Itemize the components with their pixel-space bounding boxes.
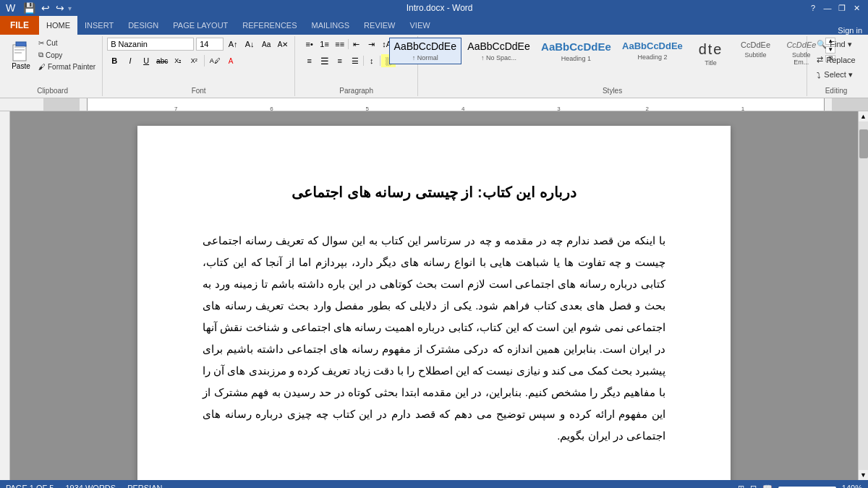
tab-references[interactable]: REFERENCES: [235, 16, 304, 35]
ruler-scale: 7 6 5 4 3 2 1: [87, 98, 825, 111]
quick-access-toolbar: 💾 ↩ ↪ ▾: [21, 2, 72, 14]
document-title: درباره این کتاب: از چیستی رسانه های اجتم…: [203, 184, 665, 201]
zoom-level: 140%: [842, 484, 862, 488]
sign-in-link[interactable]: Sign in: [838, 26, 868, 35]
styles-gallery: AaBbCcDdEe ↑ Normal AaBbCcDdEe ↑ No Spac…: [389, 38, 835, 85]
undo-button[interactable]: ↩: [39, 2, 52, 14]
vertical-scrollbar[interactable]: ▲ ▼: [858, 111, 868, 480]
para-divider2: [363, 56, 364, 66]
clipboard-group: Paste ✂ Cut ⧉ Copy 🖌 Format Painter Clip…: [3, 36, 103, 96]
format-painter-button[interactable]: 🖌 Format Painter: [36, 61, 98, 72]
italic-button[interactable]: I: [123, 54, 137, 67]
increase-indent-button[interactable]: ⇥: [365, 38, 379, 51]
para-divider3: [380, 56, 380, 66]
replace-icon: ⇄: [817, 55, 823, 64]
align-center-button[interactable]: ☰: [318, 54, 332, 67]
tab-page-layout[interactable]: PAGE LAYOUT: [166, 16, 235, 35]
line-spacing-button[interactable]: ↕: [365, 54, 379, 67]
svg-rect-1: [16, 42, 26, 46]
cut-button[interactable]: ✂ Cut: [36, 38, 98, 48]
page-count: PAGE 1 OF 5: [6, 484, 54, 488]
minimize-button[interactable]: —: [822, 3, 833, 13]
tab-file[interactable]: FILE: [0, 16, 39, 35]
ruler-mark-4: 4: [461, 106, 464, 112]
editing-label: Editing: [812, 87, 861, 95]
justify-button[interactable]: ☰: [348, 54, 362, 67]
style-title-preview: dte: [699, 40, 723, 58]
tab-review[interactable]: REVIEW: [357, 16, 402, 35]
view-web-icon[interactable]: ⊡: [750, 484, 757, 489]
ruler-mark-1: 1: [741, 106, 744, 112]
style-title[interactable]: dte Title: [689, 38, 733, 69]
superscript-button[interactable]: X²: [187, 54, 201, 67]
style-normal[interactable]: AaBbCcDdEe ↑ Normal: [389, 38, 461, 64]
scroll-down-button[interactable]: ▼: [859, 470, 869, 480]
tab-insert[interactable]: INSERT: [77, 16, 121, 35]
font-color-button[interactable]: A: [224, 54, 238, 67]
strikethrough-button[interactable]: abc: [155, 54, 169, 67]
tab-home[interactable]: HOME: [39, 16, 77, 35]
ruler-mark-3: 3: [557, 106, 560, 112]
document-scroll[interactable]: درباره این کتاب: از چیستی رسانه های اجتم…: [10, 111, 858, 480]
svg-rect-2: [14, 46, 25, 48]
tab-design[interactable]: DESIGN: [121, 16, 166, 35]
style-heading1[interactable]: AaBbCcDdEe Heading 1: [536, 38, 616, 65]
ruler-mark-2: 2: [645, 106, 648, 112]
style-title-label: Title: [705, 59, 717, 67]
scroll-up-button[interactable]: ▲: [859, 111, 869, 121]
scroll-track[interactable]: [859, 121, 869, 470]
clipboard-right: ✂ Cut ⧉ Copy 🖌 Format Painter: [36, 38, 98, 72]
ruler: 7 6 5 4 3 2 1: [0, 98, 868, 111]
style-no-spacing[interactable]: AaBbCcDdEe ↑ No Spac...: [463, 38, 535, 64]
copy-button[interactable]: ⧉ Copy: [36, 49, 98, 61]
restore-button[interactable]: ❐: [836, 3, 848, 13]
status-bar: PAGE 1 OF 5 1934 WORDS PERSIAN ⊞ ⊡ 📖 140…: [0, 480, 868, 488]
ribbon-content: Paste ✂ Cut ⧉ Copy 🖌 Format Painter Clip…: [0, 35, 868, 98]
style-normal-label: ↑ Normal: [412, 54, 438, 61]
help-button[interactable]: ?: [807, 3, 819, 13]
decrease-indent-button[interactable]: ⇤: [349, 38, 364, 51]
replace-button[interactable]: ⇄ Replace: [814, 53, 858, 67]
find-button[interactable]: 🔍 Find ▾: [814, 38, 854, 51]
align-right-button[interactable]: ≡: [333, 54, 347, 67]
multilevel-button[interactable]: ≡≡: [333, 38, 347, 51]
font-grow-button[interactable]: A↑: [226, 38, 240, 51]
underline-button[interactable]: U: [139, 54, 153, 67]
style-h2-preview: AaBbCcDdEe: [622, 40, 683, 52]
tab-mailings[interactable]: MAILINGS: [305, 16, 357, 35]
redo-button[interactable]: ↪: [54, 2, 67, 14]
change-case-button[interactable]: Aa: [259, 38, 273, 51]
window-controls: ? — ❐ ✕: [807, 3, 862, 13]
bold-button[interactable]: B: [107, 54, 122, 67]
close-button[interactable]: ✕: [851, 3, 862, 13]
clear-format-button[interactable]: A✕: [276, 38, 290, 51]
font-content: A↑ A↓ Aa A✕ B I U abc X₂ X² A🖊 A: [107, 38, 290, 85]
svg-rect-4: [14, 52, 22, 53]
style-subtitle[interactable]: CcDdEe Subtitle: [734, 38, 778, 61]
font-name-input[interactable]: [107, 38, 194, 51]
bullets-button[interactable]: ≡•: [302, 38, 317, 51]
view-normal-icon[interactable]: ⊞: [738, 484, 744, 489]
view-read-icon[interactable]: 📖: [762, 484, 773, 489]
font-size-input[interactable]: [196, 38, 224, 51]
save-button[interactable]: 💾: [21, 2, 38, 14]
text-highlight-button[interactable]: A🖊: [208, 54, 222, 67]
word-count: 1934 WORDS: [65, 484, 116, 488]
styles-group: AaBbCcDdEe ↑ Normal AaBbCcDdEe ↑ No Spac…: [418, 36, 807, 96]
paragraph-label: Paragraph: [299, 87, 413, 95]
align-left-button[interactable]: ≡: [302, 54, 317, 67]
document-body[interactable]: با اینکه من قصد ندارم چه در مقدمه و چه د…: [203, 230, 665, 447]
ruler-right-margin: [832, 98, 868, 111]
paste-button[interactable]: Paste: [7, 38, 35, 72]
scroll-thumb[interactable]: [859, 129, 868, 158]
numbering-button[interactable]: 1≡: [318, 38, 332, 51]
select-button[interactable]: ⤵ Select ▾: [814, 68, 856, 82]
font-shrink-button[interactable]: A↓: [242, 38, 257, 51]
font-divider: [204, 55, 205, 67]
font-row-2: B I U abc X₂ X² A🖊 A: [107, 54, 238, 67]
subscript-button[interactable]: X₂: [171, 54, 185, 67]
style-h1-preview: AaBbCcDdEe: [541, 40, 611, 53]
style-heading2[interactable]: AaBbCcDdEe Heading 2: [617, 38, 687, 64]
font-row-1: A↑ A↓ Aa A✕: [107, 38, 290, 51]
tab-view[interactable]: VIEW: [403, 16, 438, 35]
